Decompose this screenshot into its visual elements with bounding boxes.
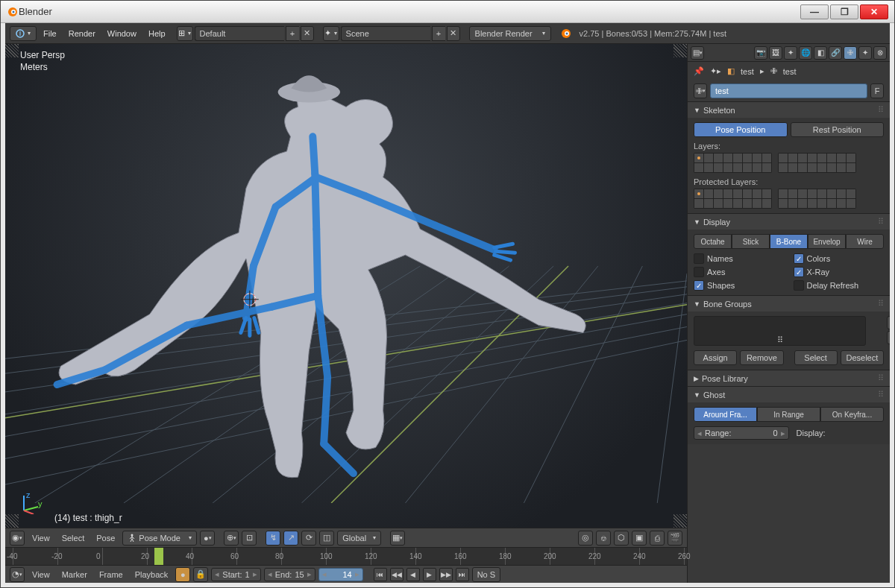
add-bone-group-button[interactable]: + [887,316,890,329]
layout-field[interactable]: Default [195,26,284,41]
editor-type-icon[interactable]: ◔▾ [10,567,25,582]
check-colors[interactable] [794,253,804,264]
layout-add-button[interactable]: + [286,26,299,41]
maximize-button[interactable]: ❐ [830,4,858,19]
object-tab-icon[interactable]: ◧ [814,46,827,60]
editor-type-icon[interactable]: ▤▾ [691,46,704,60]
display-octahedral[interactable]: Octahe [694,234,732,249]
start-frame-field[interactable]: Start:1 [211,568,260,581]
snap-icon[interactable]: ⎊ [596,531,611,546]
timeline-cursor[interactable] [154,548,163,565]
3d-viewport[interactable]: User Persp Meters [5,44,687,528]
layout-remove-button[interactable]: ✕ [301,26,314,41]
scene-tab-icon[interactable]: ✦ [784,46,797,60]
jump-end-button[interactable]: ⏭ [456,568,469,581]
constraints-tab-icon[interactable]: 🔗 [829,46,842,60]
menu-render[interactable]: Render [63,26,101,41]
end-frame-field[interactable]: End:15 [264,568,315,581]
editor-type-icon[interactable]: ◉▾ [10,531,25,546]
assign-button[interactable]: Assign [694,350,737,365]
scene-browse-icon[interactable]: ✦▾ [323,26,339,41]
armature-name-field[interactable]: test [710,83,867,98]
armature-layers[interactable] [694,153,884,173]
menu-playback[interactable]: Playback [131,567,173,582]
menu-view[interactable]: View [28,567,54,582]
ghost-in-range[interactable]: In Range [757,407,820,422]
scene-remove-button[interactable]: ✕ [447,26,460,41]
manipulator-only-icon[interactable]: ⊡ [242,531,257,546]
check-axes[interactable] [694,267,704,277]
current-frame-field[interactable]: 14 [318,568,363,581]
panel-header-skeleton[interactable]: ▼Skeleton⠿ [688,102,890,118]
check-xray[interactable] [794,267,804,277]
panel-header-ghost[interactable]: ▼Ghost⠿ [688,387,890,402]
scale-manipulator-icon[interactable]: ◫ [319,531,334,546]
breadcrumb-object[interactable]: test [741,67,754,76]
menu-marker[interactable]: Marker [57,567,92,582]
opengl-anim-icon[interactable]: 🎬 [668,531,682,546]
mode-dropdown[interactable]: Pose Mode▾ [122,531,197,546]
play-button[interactable]: ▶ [423,568,436,581]
datablock-browse-icon[interactable]: ✙▾ [694,83,707,98]
keyframe-next-button[interactable]: ▶▶ [439,568,453,581]
pose-position-button[interactable]: Pose Position [694,122,788,137]
bone-tab-icon[interactable]: ✦ [858,46,872,60]
menu-frame[interactable]: Frame [95,567,128,582]
minimize-button[interactable]: — [800,4,829,19]
menu-select[interactable]: Select [57,531,90,546]
scene-add-button[interactable]: + [432,26,445,41]
menu-window[interactable]: Window [102,26,142,41]
bone-constraint-tab-icon[interactable]: ⊗ [873,46,887,60]
snap-target-icon[interactable]: ⬡ [614,531,629,546]
scene-field[interactable]: Scene [341,26,430,41]
rest-position-button[interactable]: Rest Position [791,122,885,137]
bone-groups-list[interactable]: ⠿ [694,316,866,346]
rotate-manipulator-icon[interactable]: ⟳ [301,531,316,546]
display-stick[interactable]: Stick [732,234,770,249]
menu-help[interactable]: Help [143,26,171,41]
ghost-around-frame[interactable]: Around Fra... [694,407,757,422]
render-layers-tab-icon[interactable]: 🖼 [769,46,782,60]
menu-file[interactable]: File [38,26,62,41]
editor-type-icon[interactable]: i▾ [10,26,37,41]
manipulator-toggle-icon[interactable]: ↯ [266,531,280,546]
close-button[interactable]: ✕ [860,4,888,19]
layout-browse-icon[interactable]: ⊞▾ [177,26,193,41]
lock-icon[interactable]: 🔒 [193,567,208,582]
shading-dropdown[interactable]: ●▾ [200,531,215,546]
sync-dropdown[interactable]: No S [472,567,500,582]
select-button[interactable]: Select [794,350,838,365]
menu-pose[interactable]: Pose [92,531,119,546]
opengl-render-icon[interactable]: ⎙ [650,531,665,546]
check-shapes[interactable] [694,280,704,291]
orientation-dropdown[interactable]: Global▾ [337,531,381,546]
armature-tab-icon[interactable]: ✙ [844,46,857,60]
translate-manipulator-icon[interactable]: ↗ [283,531,298,546]
display-wire[interactable]: Wire [846,234,884,249]
ghost-range-field[interactable]: Range:0 [694,426,789,440]
jump-start-button[interactable]: ⏮ [374,568,387,581]
world-tab-icon[interactable]: 🌐 [799,46,812,60]
render-tab-icon[interactable]: 📷 [754,46,767,60]
ghost-on-keyframes[interactable]: On Keyfra... [820,407,884,422]
check-delay-refresh[interactable] [794,280,804,291]
remove-button[interactable]: Remove [740,350,783,365]
pin-icon[interactable]: 📌 [694,66,704,76]
panel-header-bone-groups[interactable]: ▼Bone Groups⠿ [688,296,890,312]
check-names[interactable] [694,253,704,264]
play-reverse-button[interactable]: ◀ [406,568,420,581]
render-preview-icon[interactable]: ▣ [632,531,647,546]
layers-dropdown-icon[interactable]: ▦▾ [390,531,405,546]
proportional-edit-icon[interactable]: ◎ [578,531,593,546]
timeline-area[interactable]: -40-200204060801001201401601802002202402… [5,547,687,565]
display-bbone[interactable]: B-Bone [770,234,808,249]
auto-keyframe-icon[interactable]: ● [175,567,190,582]
keyframe-prev-button[interactable]: ◀◀ [390,568,403,581]
render-engine-dropdown[interactable]: Blender Render▾ [469,26,551,41]
panel-header-pose-library[interactable]: ▶Pose Library⠿ [688,370,890,386]
panel-header-display[interactable]: ▼Display⠿ [688,214,890,230]
pivot-dropdown[interactable]: ⊕▾ [224,531,239,546]
deselect-button[interactable]: Deselect [841,350,884,365]
display-envelope[interactable]: Envelop [808,234,846,249]
remove-bone-group-button[interactable]: − [887,331,890,344]
